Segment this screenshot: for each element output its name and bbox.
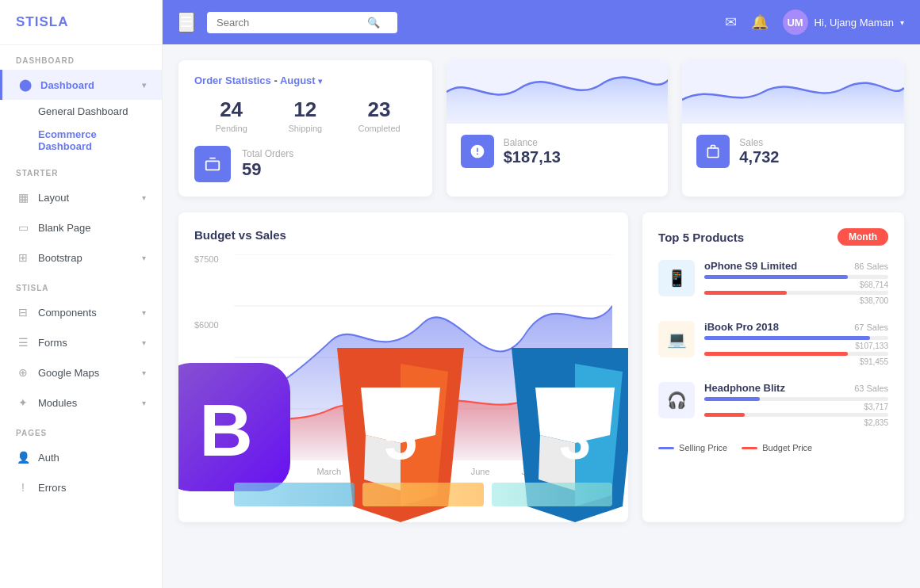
- month-link[interactable]: August: [280, 74, 316, 86]
- sidebar-item-label: Google Maps: [38, 367, 99, 379]
- total-orders-label: Total Orders: [242, 148, 293, 159]
- product-thumb-2: 💻: [658, 321, 695, 357]
- product-bar-bg: [704, 275, 888, 279]
- sidebar-section-stisla: STISLA ⊟ Components ▾ ☰ Forms ▾ ⊕ Google…: [0, 273, 162, 418]
- product-bar-sell-1: $68,714: [704, 275, 888, 289]
- sales-label: Sales: [739, 137, 779, 148]
- sidebar-item-label: Dashboard: [40, 79, 94, 91]
- pending-value: 24: [194, 97, 268, 122]
- product-bar-budget-3: $2,835: [704, 413, 888, 427]
- sidebar-section-pages: PAGES 👤 Auth ! Errors: [0, 418, 162, 502]
- sidebar-item-blank-page[interactable]: ▭ Blank Page: [0, 212, 162, 242]
- balance-label: Balance: [504, 137, 561, 148]
- product-budget-label-1: $38,700: [704, 296, 888, 305]
- alert-icon: !: [16, 480, 30, 494]
- sidebar-item-auth[interactable]: 👤 Auth: [0, 442, 162, 472]
- y-label-4: $3000: [194, 451, 234, 460]
- bell-icon[interactable]: 🔔: [751, 13, 769, 31]
- mail-icon[interactable]: ✉: [725, 13, 737, 31]
- sidebar-item-components[interactable]: ⊟ Components ▾: [0, 297, 162, 327]
- balance-chart: [447, 60, 669, 124]
- user-menu[interactable]: UM Hi, Ujang Maman ▾: [783, 10, 904, 35]
- legend-selling: Selling Price: [658, 443, 727, 452]
- chevron-down-icon: ▾: [900, 18, 904, 27]
- completed-value: 23: [342, 97, 416, 122]
- total-orders-value: 59: [242, 159, 293, 180]
- order-icon: [194, 146, 231, 182]
- sidebar-item-label: Auth: [38, 452, 59, 464]
- sidebar-item-bootstrap[interactable]: ⊞ Bootstrap ▾: [0, 242, 162, 273]
- product-bar-bg: [704, 352, 888, 356]
- header: ☰ 🔍 ✉ 🔔 UM Hi, Ujang Maman ▾: [163, 0, 920, 44]
- x-label: June: [471, 467, 490, 476]
- sidebar-subitem-ecommerce-dashboard[interactable]: Ecommerce Dashboard: [0, 123, 162, 158]
- product-name-1: oPhone S9 Limited: [704, 260, 797, 272]
- product-bar-sell-3: $3,717: [704, 397, 888, 411]
- avatar: UM: [783, 10, 808, 35]
- chevron-down-icon: ▾: [142, 338, 146, 347]
- sidebar-item-modules[interactable]: ✦ Modules ▾: [0, 388, 162, 418]
- product-sales-1: 86 Sales: [854, 262, 888, 271]
- search-button[interactable]: 🔍: [367, 17, 380, 29]
- stats-row: Order Statistics - August ▾ 24 Pending 1…: [178, 60, 904, 197]
- legend-row: Selling Price Budget Price: [658, 443, 888, 452]
- bottom-bars: [194, 483, 612, 506]
- chevron-down-icon: ▾: [142, 254, 146, 262]
- product-bar-budget-2: $91,455: [704, 352, 888, 366]
- order-stats-numbers: 24 Pending 12 Shipping 23 Completed: [194, 97, 416, 133]
- x-axis-labels: February March April May June July Augus…: [234, 467, 612, 476]
- file-icon: ▭: [16, 220, 30, 235]
- balance-info: Balance $187,13: [447, 124, 669, 179]
- sidebar-item-errors[interactable]: ! Errors: [0, 472, 162, 502]
- sidebar-item-forms[interactable]: ☰ Forms ▾: [0, 327, 162, 357]
- product-bar-fill: [704, 336, 870, 340]
- user-icon: 👤: [16, 450, 30, 464]
- sidebar-section-starter: STARTER ▦ Layout ▾ ▭ Blank Page ⊞ Bootst…: [0, 158, 162, 273]
- sales-value: 4,732: [739, 148, 779, 166]
- x-label: August: [569, 467, 596, 476]
- product-sales-2: 67 Sales: [854, 323, 888, 332]
- order-stats-title: Order Statistics - August ▾: [194, 74, 416, 86]
- balance-card: Balance $187,13: [447, 60, 669, 197]
- search-input[interactable]: [217, 17, 367, 29]
- chevron-down-icon: ▾: [318, 77, 322, 86]
- product-item-1: 📱 oPhone S9 Limited 86 Sales $68,714: [658, 260, 888, 307]
- content-area: Order Statistics - August ▾ 24 Pending 1…: [163, 44, 920, 588]
- map-icon: ⊕: [16, 365, 30, 380]
- sidebar-item-layout[interactable]: ▦ Layout ▾: [0, 182, 162, 212]
- product-bar-fill: [704, 397, 760, 401]
- sidebar-item-label: Errors: [38, 482, 66, 494]
- sidebar-item-dashboard[interactable]: ⬤ Dashboard ▾: [0, 70, 162, 100]
- product-item-3: 🎧 Headphone Blitz 63 Sales $3,717: [658, 382, 888, 429]
- product-bar-sell-2: $107,133: [704, 336, 888, 350]
- modules-icon: ✦: [16, 395, 30, 410]
- charts-row: Budget vs Sales $7500 $6000 $4500 $3000: [178, 212, 904, 522]
- sales-card: Sales 4,732: [682, 60, 904, 197]
- y-label-2: $6000: [194, 320, 234, 330]
- product-bar-budget-1: $38,700: [704, 291, 888, 305]
- product-info-2: iBook Pro 2018 67 Sales $107,133: [704, 321, 888, 368]
- sidebar-item-label: Blank Page: [38, 222, 91, 234]
- components-icon: ⊟: [16, 305, 30, 319]
- hamburger-button[interactable]: ☰: [178, 12, 194, 32]
- chevron-down-icon: ▾: [142, 81, 146, 90]
- product-bar-fill: [704, 275, 848, 279]
- main-area: ☰ 🔍 ✉ 🔔 UM Hi, Ujang Maman ▾ Order Stati…: [163, 0, 920, 588]
- sidebar-item-label: Components: [38, 307, 97, 319]
- balance-icon: [461, 135, 494, 168]
- top-products-title: Top 5 Products: [658, 231, 744, 244]
- completed-label: Completed: [342, 124, 416, 133]
- shipping-label: Shipping: [268, 124, 342, 133]
- y-axis-labels: $7500 $6000 $4500 $3000: [194, 254, 234, 460]
- chevron-down-icon: ▾: [142, 368, 146, 377]
- product-bar-bg: [704, 336, 888, 340]
- product-thumb-3: 🎧: [658, 382, 695, 418]
- month-button[interactable]: Month: [838, 228, 888, 246]
- sidebar-subitem-general-dashboard[interactable]: General Dashboard: [0, 100, 162, 123]
- section-label-dashboard: DASHBOARD: [0, 45, 162, 70]
- product-budget-label-3: $2,835: [704, 418, 888, 427]
- x-label: March: [316, 467, 341, 476]
- sidebar-item-google-maps[interactable]: ⊕ Google Maps ▾: [0, 357, 162, 388]
- y-label-3: $4500: [194, 385, 234, 395]
- x-label: February: [250, 467, 285, 476]
